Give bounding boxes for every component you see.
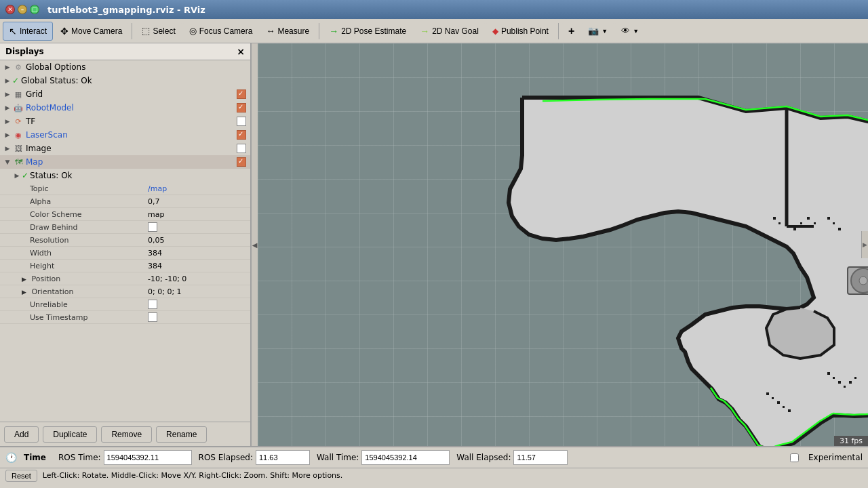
height-label: Height (0, 262, 145, 270)
close-button[interactable]: ✕ (5, 5, 15, 14)
use-timestamp-checkbox[interactable] (148, 312, 157, 322)
tree-item-map[interactable]: ▼ 🗺 Map (0, 155, 250, 169)
ros-elapsed-input[interactable] (256, 450, 310, 465)
svg-rect-24 (849, 381, 852, 384)
svg-rect-37 (788, 409, 791, 412)
orientation-value[interactable]: 0; 0; 0; 1 (145, 287, 250, 296)
camera-options-button[interactable]: 📷 ▼ (582, 22, 614, 41)
color-scheme-value[interactable]: map (145, 210, 250, 219)
toolbar-separator-1 (132, 23, 132, 39)
tree-item-tf[interactable]: ▶ ⟳ TF (0, 115, 250, 128)
chevron-down-icon: ▼ (601, 28, 608, 35)
publish-point-button[interactable]: ◆ Publish Point (486, 22, 555, 41)
move-camera-icon: ✥ (60, 26, 68, 37)
move-camera-button[interactable]: ✥ Move Camera (54, 22, 128, 41)
svg-rect-10 (827, 217, 830, 220)
panel-collapse-handle[interactable]: ◀ (251, 43, 258, 446)
time-label: Time (24, 453, 46, 462)
select-button[interactable]: ⬚ Select (136, 22, 181, 41)
rename-button[interactable]: Rename (156, 426, 207, 443)
prop-resolution: Resolution 0,05 (0, 234, 250, 247)
prop-color-scheme: Color Scheme map (0, 208, 250, 221)
time-row: 🕐 Time ROS Time: ROS Elapsed: Wall Time:… (0, 446, 868, 468)
tree-item-robotmodel[interactable]: ▶ 🤖 RobotModel (0, 101, 250, 115)
tf-checkbox[interactable] (237, 117, 246, 126)
ros-elapsed-label: ROS Elapsed: (199, 453, 253, 462)
focus-camera-button[interactable]: ◎ Focus Camera (183, 22, 259, 41)
svg-point-44 (859, 277, 867, 285)
grid-checkbox[interactable] (237, 89, 246, 99)
svg-rect-20 (827, 372, 830, 375)
titlebar: ✕ – □ turtlebot3_gmapping.rviz - RViz (0, 0, 868, 19)
tree-item-map-status[interactable]: ▶ ✓ Status: Ok (0, 169, 250, 182)
add-button[interactable]: Add (4, 426, 39, 443)
global-options-label: Global Options (26, 62, 85, 72)
robotmodel-checkbox[interactable] (237, 103, 246, 113)
remove-button[interactable]: Remove (101, 426, 152, 443)
nav-goal-button[interactable]: → 2D Nav Goal (414, 22, 485, 41)
svg-rect-36 (783, 406, 785, 408)
wall-elapsed-field: Wall Elapsed: (456, 450, 568, 465)
ros-time-input[interactable] (104, 450, 192, 465)
measure-button[interactable]: ↔ Measure (260, 22, 315, 41)
height-value[interactable]: 384 (145, 262, 250, 270)
wall-time-input[interactable] (361, 450, 450, 465)
grid-label: Grid (26, 89, 237, 99)
tree-item-grid[interactable]: ▶ ▦ Grid (0, 87, 250, 101)
duplicate-button[interactable]: Duplicate (43, 426, 97, 443)
reset-button[interactable]: Reset (5, 470, 37, 482)
global-status-label: Global Status: Ok (21, 76, 92, 85)
buttons-panel: Add Duplicate Remove Rename (0, 422, 250, 446)
map-explored-area (509, 98, 868, 446)
resolution-value[interactable]: 0,05 (145, 236, 250, 245)
viewport-right-collapse-handle[interactable]: ▶ (861, 231, 868, 258)
camera-icon: 📷 (588, 26, 599, 36)
viewport[interactable]: 31 fps ▶ (258, 43, 868, 446)
robotmodel-icon: 🤖 (12, 102, 24, 114)
prop-width: Width 384 (0, 247, 250, 260)
prop-height: Height 384 (0, 260, 250, 272)
minimize-button[interactable]: – (18, 5, 27, 14)
wall-elapsed-input[interactable] (513, 450, 568, 465)
pose-estimate-button[interactable]: → 2D Pose Estimate (323, 22, 412, 41)
width-value[interactable]: 384 (145, 249, 250, 258)
close-displays-icon[interactable]: × (237, 46, 245, 57)
time-icon: 🕐 (5, 452, 17, 463)
ros-time-label: ROS Time: (58, 453, 101, 462)
experimental-checkbox[interactable] (790, 453, 799, 462)
svg-rect-23 (844, 386, 846, 388)
position-value[interactable]: -10; -10; 0 (145, 274, 250, 283)
topic-value[interactable]: /map (145, 184, 250, 193)
map-icon: 🗺 (12, 156, 24, 168)
expand-arrow-grid: ▶ (3, 89, 12, 99)
image-checkbox[interactable] (237, 144, 246, 153)
tree-item-image[interactable]: ▶ 🖼 Image (0, 142, 250, 155)
collapse-arrow-map: ▼ (3, 157, 12, 167)
svg-rect-12 (838, 228, 841, 230)
robotmodel-label: RobotModel (26, 103, 237, 113)
tree-item-global-status[interactable]: ▶ ✓ Global Status: Ok (0, 74, 250, 87)
select-icon: ⬚ (142, 26, 150, 36)
view-options-button[interactable]: 👁 ▼ (615, 22, 645, 41)
interact-button[interactable]: ↖ Interact (3, 22, 53, 41)
tree-item-laserscan[interactable]: ▶ ◉ LaserScan (0, 128, 250, 142)
tree-panel[interactable]: ▶ ⚙ Global Options ▶ ✓ Global Status: Ok… (0, 60, 250, 422)
expand-arrow-orientation: ▶ (22, 289, 26, 296)
map-checkbox[interactable] (237, 157, 246, 167)
tree-item-global-options[interactable]: ▶ ⚙ Global Options (0, 60, 250, 74)
collapse-arrow-icon: ◀ (252, 241, 258, 249)
ros-elapsed-field: ROS Elapsed: (199, 450, 310, 465)
displays-title: Displays (5, 47, 44, 56)
expand-arrow-robotmodel: ▶ (3, 103, 12, 113)
svg-rect-4 (773, 217, 776, 220)
maximize-button[interactable]: □ (30, 5, 39, 14)
unreliable-checkbox[interactable] (148, 300, 157, 309)
toolbar-separator-3 (558, 23, 559, 39)
add-panel-button[interactable]: + (562, 22, 580, 41)
alpha-value[interactable]: 0,7 (145, 197, 250, 206)
window-controls: ✕ – □ (5, 5, 39, 14)
wall-time-field: Wall Time: (317, 450, 450, 465)
draw-behind-checkbox[interactable] (148, 222, 157, 232)
laserscan-checkbox[interactable] (237, 130, 246, 140)
prop-orientation: ▶ Orientation 0; 0; 0; 1 (0, 285, 250, 298)
